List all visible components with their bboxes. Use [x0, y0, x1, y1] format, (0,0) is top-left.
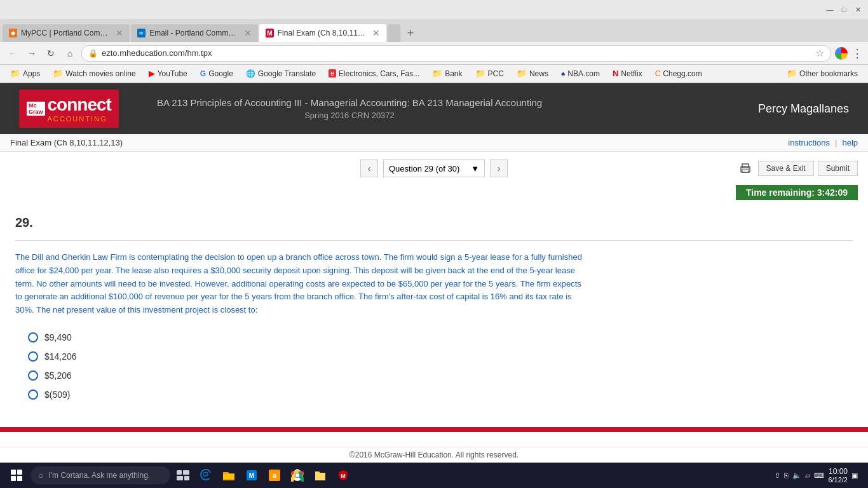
bookmark-other[interactable]: 📁 Other bookmarks — [782, 67, 863, 79]
bookmark-star-icon[interactable]: ☆ — [815, 47, 824, 59]
security-taskbar-button[interactable]: M — [333, 465, 353, 485]
folder-icon: 📁 — [53, 69, 63, 78]
cortana-placeholder: I'm Cortana. Ask me anything. — [48, 471, 150, 480]
bookmark-chegg[interactable]: C Chegg.com — [650, 68, 707, 79]
minimize-button[interactable]: ― — [825, 4, 835, 15]
radio-option-4[interactable] — [28, 390, 38, 400]
clock-time: 10:00 — [828, 467, 848, 476]
restore-button[interactable]: □ — [839, 4, 849, 15]
prev-question-button[interactable]: ‹ — [360, 159, 378, 177]
start-button[interactable] — [5, 464, 28, 487]
task-view-button[interactable] — [173, 465, 193, 485]
tab-mypcc[interactable]: ◆ MyPCC | Portland Commu... ✕ — [3, 24, 130, 42]
bookmark-apps[interactable]: 📁 Apps — [5, 67, 45, 79]
nba-icon: ♠ — [561, 69, 565, 78]
tab-bar: ◆ MyPCC | Portland Commu... ✕ ✉ Email - … — [0, 19, 868, 42]
bookmarks-bar: 📁 Apps 📁 Watch movies online ▶ YouTube G… — [0, 65, 868, 83]
bookmark-watch-movies[interactable]: 📁 Watch movies online — [48, 67, 140, 79]
answer-options: $9,490 $14,206 $5,206 $(509) — [28, 332, 853, 400]
chrome-taskbar-button[interactable] — [287, 465, 308, 485]
close-button[interactable]: ✕ — [853, 4, 863, 15]
answer-label-2[interactable]: $14,206 — [44, 351, 77, 362]
back-button[interactable]: ← — [5, 46, 20, 61]
tab-favicon: ◆ — [9, 29, 17, 37]
address-bar: ← → ↻ ⌂ 🔒 ezto.mheducation.com/hm.tpx ☆ … — [0, 42, 868, 65]
bookmark-netflix[interactable]: N Netflix — [607, 67, 648, 79]
radio-option-1[interactable] — [28, 332, 38, 342]
bookmark-pcc[interactable]: 📁 PCC — [470, 67, 509, 79]
answer-label-3[interactable]: $5,206 — [44, 370, 72, 381]
svg-rect-2 — [742, 170, 749, 172]
new-tab-button[interactable]: + — [402, 24, 419, 42]
exam-title: Final Exam (Ch 8,10,11,12,13) — [10, 138, 123, 147]
tab-close-button[interactable]: ✕ — [116, 28, 123, 38]
bookmark-bank[interactable]: 📁 Bank — [427, 67, 467, 79]
answer-label-4[interactable]: $(509) — [44, 390, 70, 400]
connect-logo: McGraw connect ACCOUNTING — [19, 90, 119, 128]
save-exit-button[interactable]: Save & Exit — [758, 161, 814, 176]
bookmark-label: News — [529, 69, 548, 78]
bookmark-google-translate[interactable]: 🌐 Google Translate — [241, 68, 321, 79]
logo-sub: ACCOUNTING — [48, 115, 111, 123]
windows-logo — [11, 470, 22, 481]
question-divider — [15, 240, 853, 241]
user-name: Percy Magallanes — [758, 102, 849, 116]
file-explorer-taskbar-button[interactable] — [219, 465, 239, 485]
bookmark-label: Google — [208, 69, 233, 78]
menu-button[interactable]: ⋮ — [851, 46, 863, 60]
bookmark-electronics[interactable]: e Electronics, Cars, Fas... — [323, 68, 424, 79]
tab-email[interactable]: ✉ Email - Portland Commun... ✕ — [131, 24, 258, 42]
notification-button[interactable]: ▣ — [851, 471, 858, 480]
tab-close-button[interactable]: ✕ — [372, 28, 380, 38]
instructions-link[interactable]: instructions — [788, 138, 830, 147]
submit-button[interactable]: Submit — [818, 161, 858, 176]
edge-taskbar-button[interactable] — [196, 465, 216, 485]
question-text: The Dill and Gherkin Law Firm is contemp… — [15, 251, 587, 317]
refresh-button[interactable]: ↻ — [43, 46, 58, 61]
tray-up-arrow[interactable]: ⇧ — [775, 471, 780, 480]
tab-final-exam[interactable]: M Final Exam (Ch 8,10,11,12... ✕ — [259, 24, 386, 42]
radio-option-2[interactable] — [28, 351, 38, 362]
amazon-taskbar-button[interactable]: a — [264, 465, 285, 485]
tab-title: Email - Portland Commun... — [149, 29, 238, 37]
next-question-button[interactable]: › — [490, 159, 508, 177]
bookmark-youtube[interactable]: ▶ YouTube — [144, 67, 193, 79]
question-selector[interactable]: Question 29 (of 30) ▼ — [383, 159, 485, 177]
url-bar[interactable]: 🔒 ezto.mheducation.com/hm.tpx ☆ — [81, 45, 831, 62]
tab-favicon: ✉ — [137, 29, 146, 37]
footer-copyright: ©2016 McGraw-Hill Education. All rights … — [0, 447, 868, 463]
answer-label-1[interactable]: $9,490 — [44, 332, 72, 342]
bookmark-label: Google Translate — [258, 69, 316, 78]
translate-icon: 🌐 — [246, 69, 255, 78]
svg-rect-6 — [177, 476, 183, 480]
question-actions: Save & Exit Submit — [736, 159, 858, 177]
forward-button[interactable]: → — [24, 46, 39, 61]
print-button[interactable] — [736, 159, 754, 177]
svg-rect-1 — [742, 164, 749, 168]
url-text[interactable]: ezto.mheducation.com/hm.tpx — [102, 48, 811, 58]
network-icon: ⎘ — [784, 471, 789, 479]
tab-close-button[interactable]: ✕ — [244, 28, 252, 38]
folder-icon: 📁 — [517, 69, 527, 78]
netflix-icon: N — [613, 69, 618, 78]
bookmark-google[interactable]: G Google — [195, 68, 238, 79]
help-link[interactable]: help — [842, 138, 858, 147]
bookmark-nba[interactable]: ♠ NBA.com — [556, 68, 605, 79]
lock-icon: 🔒 — [88, 49, 98, 58]
answer-option-3: $5,206 — [28, 370, 853, 381]
cortana-search[interactable]: ○ I'm Cortana. Ask me anything. — [31, 466, 170, 484]
bookmark-news[interactable]: 📁 News — [512, 67, 553, 79]
title-bar: ― □ ✕ — [0, 0, 868, 19]
store-taskbar-button[interactable]: M — [241, 465, 262, 485]
folder-icon: 📁 — [432, 69, 442, 78]
volume-icon: 🔈 — [792, 471, 801, 480]
battery-icon: ▱ — [805, 471, 810, 480]
footer-red-bar — [0, 427, 868, 432]
home-button[interactable]: ⌂ — [62, 46, 78, 61]
mcgraw-badge: McGraw — [27, 102, 45, 116]
windows-explorer-taskbar-button[interactable] — [310, 465, 330, 485]
radio-option-3[interactable] — [28, 370, 38, 381]
folder-icon: 📁 — [10, 69, 20, 78]
window-controls[interactable]: ― □ ✕ — [825, 4, 863, 15]
tab-empty[interactable] — [388, 24, 400, 42]
